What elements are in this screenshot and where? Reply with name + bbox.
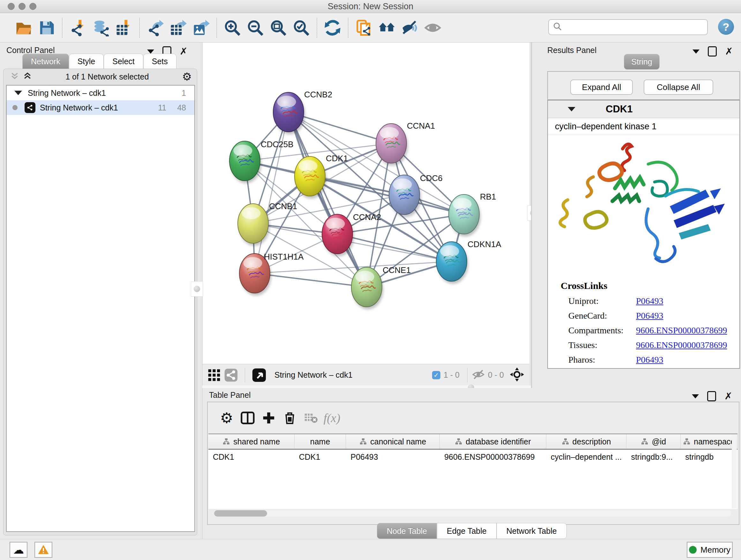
expand-all-button[interactable]: Expand All	[570, 79, 633, 95]
node-CDKN1A[interactable]: CDKN1A	[436, 240, 501, 284]
panel-float-icon[interactable]	[692, 50, 699, 54]
fit-selected-icon[interactable]	[510, 367, 524, 383]
network-row[interactable]: String Network – cdk1 11 48	[7, 100, 194, 115]
show-all-icon[interactable]	[423, 18, 442, 37]
import-database-icon[interactable]	[91, 18, 110, 37]
edge-HIST1H1A-CCNE1[interactable]	[255, 273, 367, 287]
tab-network[interactable]: Network	[22, 54, 69, 69]
table-cell[interactable]: stringdb	[681, 449, 738, 464]
tab-style[interactable]: Style	[69, 54, 104, 69]
export-table-icon[interactable]	[169, 18, 187, 37]
add-column-icon[interactable]	[258, 408, 279, 428]
panel-close-icon[interactable]: ✗	[180, 47, 188, 56]
node-CDC25B[interactable]: CDC25B	[229, 139, 293, 183]
import-table-icon[interactable]	[115, 18, 133, 37]
network-view: CCNB2 CCNA1 CDC25B CDK1 CDC6 RB1 CCNB1 C…	[202, 43, 529, 385]
panel-float-icon[interactable]	[692, 394, 699, 398]
table-cell[interactable]: 9606.ENSP00000378699	[440, 449, 546, 464]
save-session-icon[interactable]	[37, 18, 56, 37]
crosslink-link[interactable]: P06493	[636, 296, 664, 306]
table-vertical-scrollbar[interactable]	[732, 434, 737, 508]
node-RB1[interactable]: RB1	[449, 192, 496, 237]
column-header-name[interactable]: name	[294, 434, 346, 449]
network-collection-row[interactable]: String Network – cdk1 1	[7, 85, 194, 100]
column-header-database-identifier[interactable]: database identifier	[440, 434, 546, 449]
tab-string[interactable]: String	[624, 54, 660, 70]
tab-edge-table[interactable]: Edge Table	[437, 523, 496, 539]
cloud-icon[interactable]: ☁	[10, 542, 27, 558]
tab-sets[interactable]: Sets	[143, 54, 177, 69]
collapse-all-button[interactable]: Collapse All	[644, 79, 713, 95]
expand-all-icon[interactable]	[23, 71, 32, 82]
first-neighbors-icon[interactable]	[378, 18, 396, 37]
node-CCNB1[interactable]: CCNB1	[238, 201, 297, 246]
edge-CCNB2-HIST1H1A[interactable]	[255, 112, 288, 273]
crosslink-link[interactable]: 9606.ENSP00000378699	[636, 340, 727, 350]
table-cell[interactable]: stringdb:9...	[626, 449, 681, 464]
crosslink-link[interactable]: P06493	[636, 355, 664, 365]
node-CDK1[interactable]: CDK1	[294, 153, 348, 199]
crosslink-link[interactable]: P06493	[636, 311, 664, 321]
table-cell[interactable]: cyclin–dependent ...	[546, 449, 627, 464]
export-network-icon[interactable]	[146, 18, 164, 37]
columns-icon[interactable]	[237, 408, 258, 428]
node-CCNA2[interactable]: CCNA2	[322, 212, 381, 256]
panel-close-icon[interactable]: ✗	[724, 391, 732, 401]
tab-select[interactable]: Select	[104, 54, 143, 69]
column-header-namespace[interactable]: namespace	[681, 434, 738, 449]
share-view-icon[interactable]	[224, 366, 238, 384]
selected-checkbox[interactable]: ✓	[432, 371, 441, 379]
section-collapse-caret[interactable]	[568, 107, 576, 111]
panel-float-icon[interactable]	[147, 50, 154, 54]
export-image-icon[interactable]	[192, 18, 210, 37]
node-CDC6[interactable]: CDC6	[389, 173, 443, 217]
clone-network-icon[interactable]	[354, 18, 373, 37]
hide-selected-icon[interactable]	[401, 18, 419, 37]
zoom-selected-icon[interactable]	[292, 18, 311, 37]
tab-node-table[interactable]: Node Table	[377, 523, 437, 539]
delete-table-icon[interactable]	[300, 408, 321, 428]
open-file-icon[interactable]	[14, 18, 33, 37]
zoom-out-icon[interactable]	[246, 18, 265, 37]
column-header--id[interactable]: @id	[626, 434, 681, 449]
zoom-fit-icon[interactable]	[269, 18, 287, 37]
gear-icon[interactable]: ⚙	[182, 70, 192, 83]
collection-expand-caret[interactable]	[14, 91, 22, 95]
node-CCNB2[interactable]: CCNB2	[273, 90, 332, 134]
network-canvas[interactable]: CCNB2 CCNA1 CDC25B CDK1 CDC6 RB1 CCNB1 C…	[203, 43, 529, 364]
search-input[interactable]	[565, 22, 707, 32]
node-CCNE1[interactable]: CCNE1	[351, 265, 411, 309]
panel-maximize-icon[interactable]	[707, 391, 716, 401]
tab-network-table[interactable]: Network Table	[496, 523, 567, 539]
panel-maximize-icon[interactable]	[708, 46, 717, 57]
node-CCNA1[interactable]: CCNA1	[376, 121, 435, 166]
panel-close-icon[interactable]: ✗	[725, 47, 733, 56]
import-network-icon[interactable]	[69, 18, 87, 37]
search-box	[548, 19, 708, 35]
help-icon[interactable]: ?	[718, 19, 734, 35]
detach-view-icon[interactable]	[252, 366, 266, 384]
table-cell[interactable]: P06493	[346, 449, 440, 464]
function-builder-icon[interactable]: f(x)	[321, 408, 342, 428]
grid-view-icon[interactable]	[207, 366, 221, 384]
zoom-in-icon[interactable]	[223, 18, 242, 37]
collapse-all-icon[interactable]	[10, 71, 19, 82]
table-cell[interactable]: CDK1	[294, 449, 346, 464]
node-label-CCNB2: CCNB2	[304, 90, 332, 99]
column-header-canonical-name[interactable]: canonical name	[346, 434, 440, 449]
column-header-description[interactable]: description	[546, 434, 627, 449]
refresh-icon[interactable]	[323, 18, 342, 37]
gear-icon[interactable]: ⚙	[216, 408, 237, 428]
gene-section-header[interactable]: CDK1	[548, 101, 739, 118]
crosslink-link[interactable]: 9606.ENSP00000378699	[636, 325, 727, 335]
column-header-shared-name[interactable]: shared name	[208, 434, 294, 449]
table-horizontal-scrollbar[interactable]	[214, 510, 731, 516]
node-HIST1H1A[interactable]: HIST1H1A	[239, 252, 304, 296]
table-cell[interactable]: CDK1	[208, 449, 294, 464]
tree-icon	[359, 438, 367, 445]
trash-icon[interactable]	[279, 408, 300, 428]
table-row[interactable]: CDK1CDK1P064939606.ENSP00000378699cyclin…	[208, 449, 738, 464]
memory-button[interactable]: Memory	[687, 542, 733, 558]
warning-icon[interactable]	[35, 542, 52, 558]
left-splitter-handle[interactable]	[191, 281, 203, 297]
